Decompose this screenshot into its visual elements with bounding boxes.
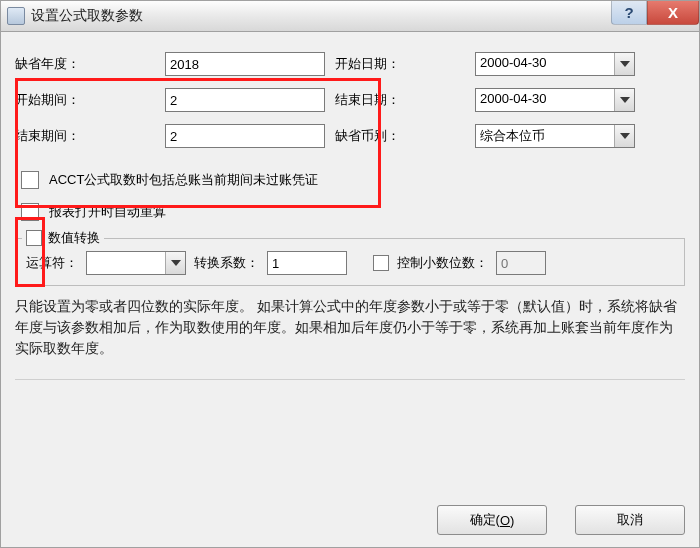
combo-end-date[interactable]: 2000-04-30 [475,88,635,112]
combo-end-date-value: 2000-04-30 [476,89,614,111]
combo-operator-value [87,252,165,274]
separator [15,379,685,380]
chevron-down-icon[interactable] [614,125,634,147]
label-decimals: 控制小数位数： [397,254,488,272]
label-end-period: 结束期间： [15,127,165,145]
label-start-date: 开始日期： [325,55,475,73]
help-text: 只能设置为零或者四位数的实际年度。 如果计算公式中的年度参数小于或等于零（默认值… [15,296,685,359]
checkbox-auto-recalc[interactable] [21,203,39,221]
input-factor[interactable] [267,251,347,275]
checkbox-acct-row: ACCT公式取数时包括总账当前期间未过账凭证 [15,164,685,196]
help-icon: ? [624,4,633,21]
label-start-period: 开始期间： [15,91,165,109]
label-default-year: 缺省年度： [15,55,165,73]
chevron-down-icon[interactable] [165,252,185,274]
close-icon: X [668,4,678,21]
input-decimals [496,251,546,275]
combo-default-currency-value: 综合本位币 [476,125,614,147]
group-title: 数值转换 [22,229,104,247]
group-title-text: 数值转换 [48,229,100,247]
window-title: 设置公式取数参数 [31,7,143,25]
label-factor: 转换系数： [194,254,259,272]
window-buttons: ? X [611,1,699,31]
combo-start-date[interactable]: 2000-04-30 [475,52,635,76]
close-button[interactable]: X [647,1,699,25]
checkbox-acct-label: ACCT公式取数时包括总账当前期间未过账凭证 [49,171,318,189]
checkbox-decimals[interactable] [373,255,389,271]
input-end-period[interactable] [165,124,325,148]
ok-button[interactable]: 确定(O) [437,505,547,535]
label-end-date: 结束日期： [325,91,475,109]
input-default-year[interactable] [165,52,325,76]
row-year-startdate: 缺省年度： 开始日期： 2000-04-30 [15,46,685,82]
checkbox-auto-recalc-row: 报表打开时自动重算 [15,196,685,228]
app-icon [7,7,25,25]
checkbox-group-enable[interactable] [26,230,42,246]
row-endperiod-currency: 结束期间： 缺省币别： 综合本位币 [15,118,685,154]
cancel-button[interactable]: 取消 [575,505,685,535]
input-start-period[interactable] [165,88,325,112]
checkbox-auto-recalc-label: 报表打开时自动重算 [49,203,166,221]
label-operator: 运算符： [26,254,78,272]
chevron-down-icon[interactable] [614,53,634,75]
combo-default-currency[interactable]: 综合本位币 [475,124,635,148]
checkbox-acct[interactable] [21,171,39,189]
combo-start-date-value: 2000-04-30 [476,53,614,75]
titlebar: 设置公式取数参数 ? X [0,0,700,32]
combo-operator[interactable] [86,251,186,275]
chevron-down-icon[interactable] [614,89,634,111]
label-default-currency: 缺省币别： [325,127,475,145]
row-startperiod-enddate: 开始期间： 结束日期： 2000-04-30 [15,82,685,118]
client-area: 缺省年度： 开始日期： 2000-04-30 开始期间： 结束日期： 2000-… [0,32,700,548]
group-value-transform: 数值转换 运算符： 转换系数： 控制小数位数： [15,238,685,286]
button-row: 确定(O) 取消 [437,505,685,535]
help-button[interactable]: ? [611,1,647,25]
